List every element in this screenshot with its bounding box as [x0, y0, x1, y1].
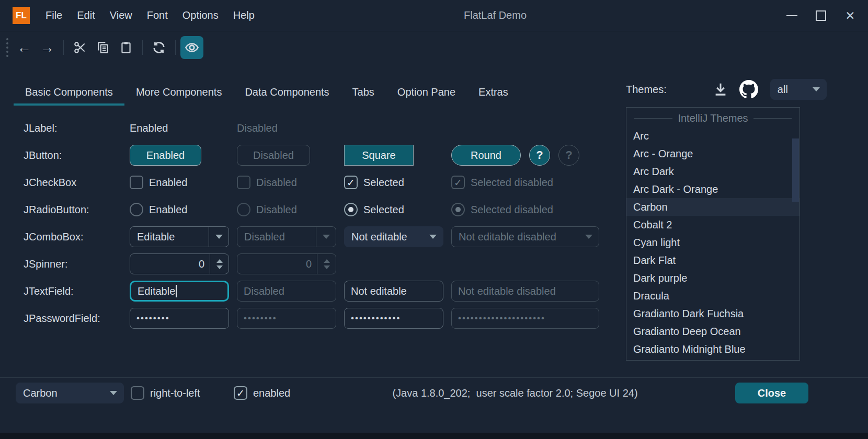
theme-item-carbon[interactable]: Carbon: [626, 198, 800, 216]
enabled-checkbox[interactable]: ✓ enabled: [234, 386, 290, 400]
menu-edit[interactable]: Edit: [70, 0, 102, 31]
checkbox-label: right-to-left: [150, 387, 200, 399]
theme-item-arc[interactable]: Arc: [626, 127, 800, 145]
combo-arrow-button: [316, 227, 336, 247]
look-and-feel-combobox[interactable]: Carbon: [16, 383, 124, 403]
themes-list-scrollbar[interactable]: [792, 138, 799, 202]
square-button[interactable]: Square: [344, 145, 414, 166]
themes-list-header-label: IntelliJ Themes: [678, 112, 748, 124]
tab-tabs[interactable]: Tabs: [341, 78, 386, 106]
spinner-buttons[interactable]: [210, 254, 229, 274]
cut-button[interactable]: [68, 36, 92, 59]
tab-option-pane[interactable]: Option Pane: [386, 78, 467, 106]
theme-filter-combobox[interactable]: all: [770, 79, 827, 100]
copy-button[interactable]: [92, 36, 115, 59]
theme-item-gradianto-deep-ocean[interactable]: Gradianto Deep Ocean: [626, 322, 800, 340]
checkbox-icon: [131, 386, 144, 400]
github-link-button[interactable]: [738, 78, 760, 100]
combobox-disabled: Disabled: [237, 226, 336, 247]
theme-item-arc-dark[interactable]: Arc Dark: [626, 163, 800, 180]
theme-item-gradianto-midnight-blue[interactable]: Gradianto Midnight Blue: [626, 340, 800, 358]
combobox-value: Editable: [130, 231, 209, 243]
menu-file[interactable]: File: [38, 0, 70, 31]
toolbar: ← →: [0, 32, 203, 63]
app-logo-icon: FL: [13, 7, 30, 24]
tab-basic-components[interactable]: Basic Components: [14, 78, 124, 106]
passwordfield-disabled: ••••••••: [237, 308, 336, 329]
radio-selected[interactable]: Selected: [344, 203, 451, 216]
round-button[interactable]: Round: [451, 145, 521, 166]
back-button[interactable]: ←: [13, 36, 36, 59]
toolbar-grip-handle[interactable]: [6, 38, 8, 57]
window-controls: ✕: [777, 0, 865, 31]
github-icon: [739, 80, 758, 99]
paste-button[interactable]: [115, 36, 138, 59]
checkbox-icon: [237, 176, 250, 189]
text-caret: [176, 285, 177, 297]
jpasswordfield-row-label: JPasswordField:: [24, 313, 130, 325]
refresh-button[interactable]: [147, 36, 170, 59]
enabled-button[interactable]: Enabled: [130, 145, 201, 166]
chevron-down-icon: [813, 87, 820, 91]
passwordfield-enabled[interactable]: ••••••••: [130, 308, 229, 329]
menu-bar: File Edit View Font Options Help: [38, 0, 262, 31]
theme-filter-value: all: [771, 84, 806, 96]
combobox-editable[interactable]: Editable: [130, 226, 229, 247]
show-hidden-toggle-button[interactable]: [180, 36, 203, 59]
close-window-button[interactable]: ✕: [836, 0, 865, 31]
theme-item-cobalt-2[interactable]: Cobalt 2: [626, 216, 800, 234]
combobox-value: Not editable disabled: [452, 231, 579, 243]
textfield-editable[interactable]: Editable: [130, 281, 229, 302]
separator-line: [634, 118, 672, 119]
password-dots: ••••••••: [244, 313, 277, 324]
passwordfield-not-editable[interactable]: ••••••••••••: [344, 308, 443, 329]
checkbox-selected[interactable]: ✓Selected: [344, 176, 451, 189]
toolbar-separator: [63, 40, 64, 55]
theme-item-dark-flat[interactable]: Dark Flat: [626, 251, 800, 269]
right-to-left-checkbox[interactable]: right-to-left: [131, 386, 200, 400]
download-theme-button[interactable]: [710, 78, 732, 100]
chevron-down-icon: [585, 235, 592, 239]
chevron-down-icon: [215, 235, 223, 239]
textfield-not-editable-disabled: Not editable disabled: [451, 281, 599, 302]
window-title: FlatLaf Demo: [464, 9, 527, 21]
spinner-enabled[interactable]: 0: [130, 253, 229, 274]
checkbox-icon: [130, 176, 143, 189]
radio-dot-icon: [344, 203, 358, 216]
spinner-value: 0: [237, 258, 317, 270]
checkbox-enabled[interactable]: Enabled: [130, 176, 237, 189]
scissors-icon: [73, 41, 87, 54]
theme-item-gradianto-dark-fuchsia[interactable]: Gradianto Dark Fuchsia: [626, 305, 800, 322]
menu-font[interactable]: Font: [140, 0, 175, 31]
theme-item-arc-dark-orange[interactable]: Arc Dark - Orange: [626, 180, 800, 198]
bottom-bar: Carbon right-to-left ✓ enabled (Java 1.8…: [0, 378, 868, 433]
password-dots: ••••••••: [136, 313, 170, 324]
radio-enabled[interactable]: Enabled: [130, 203, 237, 216]
radio-dot-icon: [451, 203, 465, 216]
close-button[interactable]: Close: [735, 383, 808, 403]
themes-label: Themes:: [626, 84, 667, 96]
minimize-button[interactable]: [777, 0, 806, 31]
combo-arrow-button[interactable]: [209, 227, 229, 247]
look-and-feel-value: Carbon: [16, 387, 104, 399]
textfield-disabled: Disabled: [237, 281, 336, 302]
maximize-button[interactable]: [806, 0, 836, 31]
theme-item-dark-purple[interactable]: Dark purple: [626, 269, 800, 287]
menu-help[interactable]: Help: [226, 0, 262, 31]
tab-data-components[interactable]: Data Components: [233, 78, 340, 106]
forward-button[interactable]: →: [36, 36, 59, 59]
textfield-not-editable[interactable]: Not editable: [344, 281, 443, 302]
menu-view[interactable]: View: [102, 0, 140, 31]
combobox-not-editable[interactable]: Not editable: [344, 226, 443, 247]
menu-options[interactable]: Options: [175, 0, 226, 31]
checkbox-disabled: Disabled: [237, 176, 344, 189]
theme-item-dracula[interactable]: Dracula: [626, 287, 800, 305]
jcheckbox-row-label: JCheckBox: [24, 177, 130, 189]
tab-extras[interactable]: Extras: [467, 78, 520, 106]
label-enabled: Enabled: [130, 122, 237, 134]
theme-item-cyan-light[interactable]: Cyan light: [626, 234, 800, 251]
theme-item-arc-orange[interactable]: Arc - Orange: [626, 145, 800, 163]
combo-arrow: [104, 383, 123, 403]
help-button[interactable]: ?: [529, 145, 550, 166]
tab-more-components[interactable]: More Components: [124, 78, 234, 106]
